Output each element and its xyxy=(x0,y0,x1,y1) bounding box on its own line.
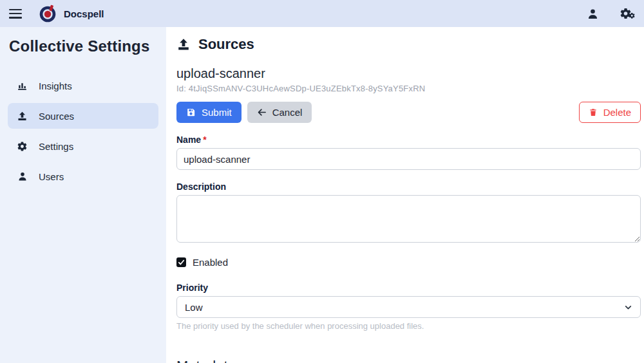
priority-field-group: Priority Low The priority used by the sc… xyxy=(176,283,641,331)
delete-button[interactable]: Delete xyxy=(579,102,641,123)
topbar: Docspell xyxy=(0,0,644,27)
arrow-left-icon xyxy=(257,107,267,117)
sidebar-item-settings[interactable]: Settings xyxy=(8,133,158,159)
gear-icon xyxy=(17,141,28,152)
sidebar-item-users[interactable]: Users xyxy=(8,163,158,189)
sidebar-item-label: Insights xyxy=(39,80,72,91)
enabled-checkbox[interactable] xyxy=(176,257,186,267)
main-content: Sources upload-scanner Id: 4tJiqSSmANV-C… xyxy=(166,27,644,363)
chevron-down-icon xyxy=(624,303,632,312)
source-name-heading: upload-scanner xyxy=(176,66,641,81)
priority-selected-value: Low xyxy=(185,302,203,313)
enabled-label: Enabled xyxy=(193,257,228,268)
sidebar-item-insights[interactable]: Insights xyxy=(8,73,158,98)
page-title: Sources xyxy=(198,36,254,53)
priority-select[interactable]: Low xyxy=(176,296,641,318)
priority-help-text: The priority used by the scheduler when … xyxy=(176,321,641,331)
enabled-field-group: Enabled xyxy=(176,257,641,268)
sidebar-item-sources[interactable]: Sources xyxy=(8,103,158,129)
cancel-button-label: Cancel xyxy=(272,107,303,118)
priority-label: Priority xyxy=(176,283,641,293)
submit-button[interactable]: Submit xyxy=(176,102,242,123)
cancel-button[interactable]: Cancel xyxy=(247,102,312,123)
name-input[interactable] xyxy=(176,148,641,170)
user-icon xyxy=(17,171,28,182)
description-label: Description xyxy=(176,182,641,192)
upload-icon xyxy=(176,37,191,51)
hamburger-menu-icon[interactable] xyxy=(9,9,22,19)
chart-bar-icon xyxy=(17,80,28,91)
delete-button-label: Delete xyxy=(603,107,631,118)
admin-cogs-icon[interactable] xyxy=(620,7,635,20)
required-marker: * xyxy=(203,135,206,145)
sidebar-title: Collective Settings xyxy=(9,37,157,55)
name-label: Name* xyxy=(176,135,641,145)
brand-name: Docspell xyxy=(64,8,104,19)
sidebar-item-label: Users xyxy=(39,171,64,182)
description-textarea[interactable] xyxy=(176,195,641,243)
save-icon xyxy=(186,107,196,117)
trash-icon xyxy=(589,107,598,117)
sidebar: Collective Settings Insights Sources xyxy=(0,27,166,363)
page-title-row: Sources xyxy=(176,36,641,53)
button-row: Submit Cancel Delete xyxy=(176,102,641,123)
source-id: Id: 4tJiqSSmANV-C3UHcAewSDp-UE3uZEbkTx8-… xyxy=(176,84,641,93)
docspell-logo-icon xyxy=(39,5,57,23)
metadata-section-heading: Metadata xyxy=(176,358,641,363)
name-field-group: Name* xyxy=(176,135,641,170)
submit-button-label: Submit xyxy=(202,107,232,118)
user-account-icon[interactable] xyxy=(587,8,599,20)
upload-icon xyxy=(17,111,28,122)
sidebar-item-label: Sources xyxy=(39,111,74,122)
description-field-group: Description xyxy=(176,182,641,245)
brand-link[interactable]: Docspell xyxy=(39,5,104,23)
sidebar-item-label: Settings xyxy=(39,141,73,152)
